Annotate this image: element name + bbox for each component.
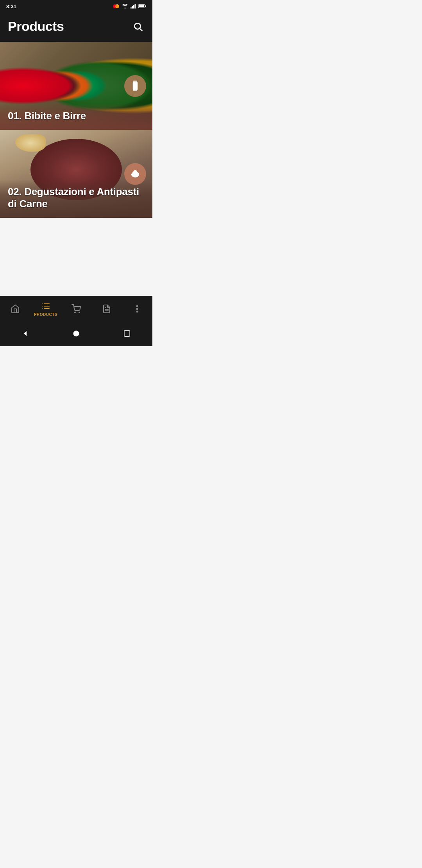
- search-icon: [133, 22, 143, 32]
- category-icon-btn-1[interactable]: [124, 75, 146, 97]
- card-overlay-1: 01. Bibite e Birre: [0, 104, 152, 130]
- content-area: [0, 218, 152, 296]
- svg-marker-30: [24, 331, 27, 336]
- svg-point-31: [73, 331, 79, 337]
- nav-item-cart[interactable]: [61, 303, 91, 315]
- svg-rect-8: [139, 5, 144, 7]
- svg-rect-32: [124, 331, 130, 336]
- recent-icon: [124, 330, 130, 337]
- bottom-nav: PRODUCTS: [0, 296, 152, 323]
- svg-line-10: [140, 28, 142, 30]
- categories-list: 01. Bibite e Birre 02. Degustazioni e An…: [0, 42, 152, 218]
- svg-rect-3: [132, 6, 133, 9]
- more-icon: [132, 304, 142, 314]
- svg-point-15: [133, 170, 137, 174]
- svg-rect-13: [133, 90, 137, 91]
- svg-point-23: [75, 312, 75, 313]
- page-title: Products: [8, 19, 64, 34]
- svg-point-24: [79, 312, 80, 313]
- header: Products: [0, 13, 152, 42]
- nav-item-products[interactable]: PRODUCTS: [30, 300, 61, 318]
- nav-item-home[interactable]: [0, 303, 30, 315]
- svg-point-27: [137, 306, 138, 307]
- category-card-meat[interactable]: 02. Degustazioni e Antipasti di Carne: [0, 130, 152, 218]
- home-circle-icon: [73, 330, 80, 337]
- search-button[interactable]: [131, 20, 145, 33]
- status-icons: [113, 4, 146, 9]
- back-icon: [22, 330, 29, 337]
- orders-icon: [102, 304, 111, 314]
- android-nav: [0, 323, 152, 346]
- status-bar: 8:31: [0, 0, 152, 13]
- nav-item-more[interactable]: [122, 303, 152, 315]
- category-title-2: 02. Degustazioni e Antipasti di Carne: [8, 186, 139, 210]
- signal-icon: [131, 4, 136, 9]
- home-icon: [11, 304, 20, 314]
- wifi-icon: [122, 4, 128, 9]
- products-icon: [41, 301, 50, 311]
- svg-rect-4: [133, 5, 134, 8]
- svg-point-16: [132, 174, 134, 176]
- nav-label-products: PRODUCTS: [34, 312, 57, 317]
- category-title-1: 01. Bibite e Birre: [8, 110, 86, 122]
- android-home-button[interactable]: [70, 327, 82, 340]
- android-recent-button[interactable]: [121, 327, 133, 340]
- cart-icon: [72, 304, 81, 314]
- meat-icon: [129, 168, 141, 180]
- svg-rect-12: [133, 81, 137, 82]
- svg-rect-11: [133, 81, 138, 90]
- payment-icon: [113, 4, 120, 9]
- svg-rect-5: [135, 4, 136, 8]
- android-back-button[interactable]: [19, 327, 32, 340]
- svg-rect-7: [145, 5, 146, 7]
- svg-point-29: [137, 311, 138, 312]
- can-icon: [129, 80, 141, 92]
- nav-item-orders[interactable]: [91, 303, 122, 315]
- status-time: 8:31: [6, 4, 16, 9]
- svg-point-28: [137, 308, 138, 310]
- card-overlay-2: 02. Degustazioni e Antipasti di Carne: [0, 179, 152, 218]
- category-icon-btn-2[interactable]: [124, 163, 146, 185]
- svg-rect-2: [131, 7, 132, 9]
- battery-icon: [138, 4, 146, 9]
- category-card-drinks[interactable]: 01. Bibite e Birre: [0, 42, 152, 130]
